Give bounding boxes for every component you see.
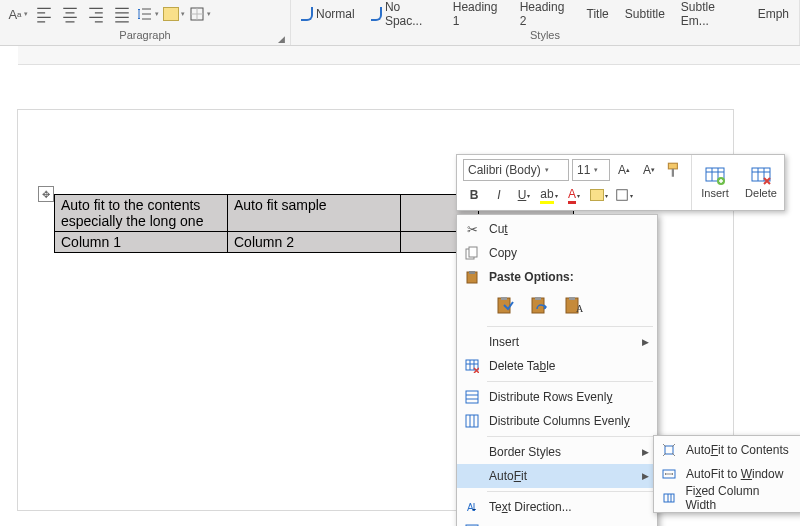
align-left-button[interactable]: [32, 2, 56, 26]
shrink-font-button[interactable]: A▾: [638, 159, 660, 181]
font-color-button[interactable]: A▾: [563, 184, 585, 206]
svg-text:A: A: [467, 502, 474, 513]
fixed-width-icon: [660, 489, 677, 507]
svg-rect-8: [469, 247, 477, 257]
table-delete-icon: [751, 167, 771, 185]
table-move-handle[interactable]: ✥: [38, 186, 54, 202]
borders-button[interactable]: ▾: [188, 2, 212, 26]
paragraph-launcher-icon[interactable]: ◢: [276, 32, 286, 42]
ctx-insert[interactable]: Insert▶: [457, 330, 657, 354]
ctx-insert-caption[interactable]: Insert Caption...: [457, 519, 657, 526]
svg-rect-3: [617, 190, 628, 201]
svg-rect-28: [664, 494, 674, 502]
ctx-delete-table[interactable]: Delete Table: [457, 354, 657, 378]
dist-cols-icon: [463, 412, 481, 430]
paragraph-group: Aa▾ ▾ ▾ ▾ Paragraph◢: [0, 0, 291, 45]
paste-keep-formatting[interactable]: [491, 291, 519, 319]
align-center-button[interactable]: [58, 2, 82, 26]
paste-options-row: A: [457, 289, 657, 323]
font-size-combo[interactable]: 11▾: [572, 159, 610, 181]
svg-text:A: A: [576, 303, 583, 314]
ctx-autofit[interactable]: AutoFit▶: [457, 464, 657, 488]
underline-button[interactable]: U▾: [513, 184, 535, 206]
justify-button[interactable]: [110, 2, 134, 26]
autofit-contents[interactable]: AutoFit to Contents: [654, 438, 800, 462]
ctx-dist-cols[interactable]: Distribute Columns Evenly: [457, 409, 657, 433]
align-right-button[interactable]: [84, 2, 108, 26]
ribbon: Aa▾ ▾ ▾ ▾ Paragraph◢ Normal No Spac... H…: [0, 0, 800, 46]
svg-rect-12: [501, 297, 507, 300]
ctx-border-styles[interactable]: Border Styles▶: [457, 440, 657, 464]
delete-table-icon: [463, 357, 481, 375]
styles-label: Styles: [291, 28, 799, 44]
grow-font-button[interactable]: A▴: [613, 159, 635, 181]
style-emphasis[interactable]: Emph: [750, 0, 797, 28]
styles-gallery[interactable]: Normal No Spac... Heading 1 Heading 2 Ti…: [291, 0, 799, 28]
style-heading1[interactable]: Heading 1: [445, 0, 512, 28]
style-subtle-em[interactable]: Subtle Em...: [673, 0, 750, 28]
ctx-copy[interactable]: Copy: [457, 241, 657, 265]
shading-button[interactable]: ▾: [162, 2, 186, 26]
insert-table-button[interactable]: Insert: [692, 155, 738, 210]
table-cell[interactable]: Auto fit to the contents especially the …: [55, 195, 228, 232]
borders-mini-button[interactable]: ▾: [613, 184, 635, 206]
copy-icon: [463, 244, 481, 262]
document-area: ✥ Auto fit to the contents especially th…: [0, 46, 800, 526]
svg-rect-19: [466, 391, 478, 403]
svg-rect-6: [752, 168, 770, 181]
mini-toolbar: Calibri (Body)▾ 11▾ A▴ A▾ B I U▾ ab▾ A▾ …: [456, 154, 785, 211]
paragraph-label: Paragraph◢: [0, 28, 290, 44]
svg-rect-1: [668, 163, 677, 169]
table-cell[interactable]: Column 2: [228, 232, 401, 253]
autofit-window[interactable]: AutoFit to Window: [654, 462, 800, 486]
delete-table-button[interactable]: Delete: [738, 155, 784, 210]
paste-icon: [463, 268, 481, 286]
ctx-dist-rows[interactable]: Distribute Rows Evenly: [457, 385, 657, 409]
ruler[interactable]: [18, 46, 800, 65]
ctx-paste-options: Paste Options:: [457, 265, 657, 289]
paste-merge-formatting[interactable]: [525, 291, 553, 319]
caption-icon: [463, 522, 481, 526]
svg-rect-18: [466, 360, 478, 370]
autofit-submenu: AutoFit to Contents AutoFit to Window Fi…: [653, 435, 800, 513]
autofit-window-icon: [660, 465, 678, 483]
ctx-text-direction[interactable]: AText Direction...: [457, 495, 657, 519]
svg-rect-16: [569, 297, 575, 300]
svg-rect-10: [469, 271, 475, 274]
context-menu: ✂Cut Copy Paste Options: A Insert▶ Delet…: [456, 214, 658, 526]
fixed-column-width[interactable]: Fixed Column Width: [654, 486, 800, 510]
svg-rect-14: [535, 297, 541, 300]
ctx-cut[interactable]: ✂Cut: [457, 217, 657, 241]
svg-rect-2: [672, 169, 674, 177]
style-heading2[interactable]: Heading 2: [512, 0, 579, 28]
svg-rect-26: [665, 446, 673, 454]
style-no-spacing[interactable]: No Spac...: [363, 0, 445, 28]
table-insert-icon: [705, 167, 725, 185]
format-painter-button[interactable]: [663, 159, 685, 181]
style-title[interactable]: Title: [579, 0, 617, 28]
line-spacing-button[interactable]: ▾: [136, 2, 160, 26]
paragraph-buttons: Aa▾ ▾ ▾ ▾: [0, 0, 290, 28]
text-direction-icon: A: [463, 498, 481, 516]
font-family-combo[interactable]: Calibri (Body)▾: [463, 159, 569, 181]
style-subtitle[interactable]: Subtitle: [617, 0, 673, 28]
shading-mini-button[interactable]: ▾: [588, 184, 610, 206]
italic-button[interactable]: I: [488, 184, 510, 206]
highlight-button[interactable]: ab▾: [538, 184, 560, 206]
table-cell[interactable]: Column 1: [55, 232, 228, 253]
paste-text-only[interactable]: A: [559, 291, 587, 319]
table-cell[interactable]: Auto fit sample: [228, 195, 401, 232]
autofit-contents-icon: [660, 441, 678, 459]
style-normal[interactable]: Normal: [293, 0, 363, 28]
styles-group: Normal No Spac... Heading 1 Heading 2 Ti…: [291, 0, 800, 45]
dist-rows-icon: [463, 388, 481, 406]
svg-rect-20: [466, 415, 478, 427]
change-case-button[interactable]: Aa▾: [6, 2, 30, 26]
cut-icon: ✂: [463, 220, 481, 238]
bold-button[interactable]: B: [463, 184, 485, 206]
